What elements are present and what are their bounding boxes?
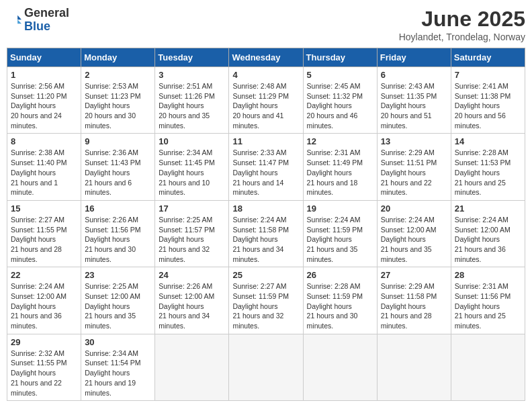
- calendar-cell: [155, 334, 229, 400]
- calendar-week-row: 15 Sunrise: 2:27 AM Sunset: 11:55 PM Day…: [7, 200, 525, 267]
- day-number: 17: [159, 203, 225, 214]
- day-info: Sunrise: 2:31 AM Sunset: 11:56 PM Daylig…: [455, 281, 521, 330]
- day-info: Sunrise: 2:43 AM Sunset: 11:35 PM Daylig…: [381, 81, 447, 130]
- day-number: 9: [85, 136, 151, 146]
- header-thursday: Thursday: [303, 48, 377, 67]
- day-number: 8: [11, 136, 77, 146]
- calendar-cell: 14 Sunrise: 2:28 AM Sunset: 11:53 PM Day…: [451, 134, 525, 200]
- day-info: Sunrise: 2:34 AM Sunset: 11:54 PM Daylig…: [85, 349, 151, 398]
- logo-blue: Blue: [24, 19, 50, 33]
- calendar-cell: 9 Sunrise: 2:36 AM Sunset: 11:43 PM Dayl…: [81, 134, 155, 200]
- day-number: 25: [232, 270, 299, 280]
- day-info: Sunrise: 2:41 AM Sunset: 11:38 PM Daylig…: [455, 81, 521, 130]
- logo-icon: [7, 13, 21, 28]
- calendar-cell: 29 Sunrise: 2:32 AM Sunset: 11:55 PM Day…: [7, 334, 81, 400]
- calendar-cell: 17 Sunrise: 2:25 AM Sunset: 11:57 PM Day…: [155, 200, 229, 267]
- day-info: Sunrise: 2:53 AM Sunset: 11:23 PM Daylig…: [85, 81, 151, 130]
- day-number: 6: [381, 70, 447, 80]
- calendar-cell: 12 Sunrise: 2:31 AM Sunset: 11:49 PM Day…: [303, 134, 377, 200]
- header-tuesday: Tuesday: [155, 48, 229, 67]
- calendar-cell: 23 Sunrise: 2:25 AM Sunset: 12:00 AM Day…: [81, 267, 155, 334]
- calendar-cell: 11 Sunrise: 2:33 AM Sunset: 11:47 PM Day…: [229, 134, 303, 200]
- calendar-cell: 30 Sunrise: 2:34 AM Sunset: 11:54 PM Day…: [81, 334, 155, 400]
- calendar-cell: 13 Sunrise: 2:29 AM Sunset: 11:51 PM Day…: [377, 134, 451, 200]
- day-info: Sunrise: 2:27 AM Sunset: 11:55 PM Daylig…: [11, 215, 77, 264]
- calendar-title: June 2025: [399, 7, 525, 32]
- calendar-cell: 16 Sunrise: 2:26 AM Sunset: 11:56 PM Day…: [81, 200, 155, 267]
- day-info: Sunrise: 2:27 AM Sunset: 11:59 PM Daylig…: [232, 281, 299, 330]
- day-number: 13: [381, 136, 447, 146]
- day-info: Sunrise: 2:26 AM Sunset: 12:00 AM Daylig…: [159, 281, 225, 330]
- day-info: Sunrise: 2:32 AM Sunset: 11:55 PM Daylig…: [11, 349, 77, 398]
- day-number: 5: [307, 70, 373, 80]
- calendar-cell: 27 Sunrise: 2:29 AM Sunset: 11:58 PM Day…: [377, 267, 451, 334]
- day-number: 30: [85, 337, 151, 347]
- logo: General Blue: [7, 7, 69, 34]
- day-number: 19: [307, 203, 373, 214]
- day-number: 16: [85, 203, 151, 214]
- calendar-cell: 25 Sunrise: 2:27 AM Sunset: 11:59 PM Day…: [229, 267, 303, 334]
- calendar-cell: 1 Sunrise: 2:56 AM Sunset: 11:20 PM Dayl…: [7, 67, 81, 134]
- page-header: General Blue June 2025 Hoylandet, Tronde…: [7, 7, 525, 42]
- day-number: 18: [232, 203, 299, 214]
- header-friday: Friday: [377, 48, 451, 67]
- day-number: 4: [232, 70, 299, 80]
- day-info: Sunrise: 2:51 AM Sunset: 11:26 PM Daylig…: [159, 81, 225, 130]
- day-number: 14: [455, 136, 521, 146]
- day-number: 11: [232, 136, 299, 146]
- calendar-cell: [303, 334, 377, 400]
- day-number: 3: [159, 70, 225, 80]
- day-number: 23: [85, 270, 151, 280]
- day-number: 12: [307, 136, 373, 146]
- day-info: Sunrise: 2:29 AM Sunset: 11:58 PM Daylig…: [381, 281, 447, 330]
- day-info: Sunrise: 2:25 AM Sunset: 11:57 PM Daylig…: [159, 215, 225, 264]
- day-info: Sunrise: 2:36 AM Sunset: 11:43 PM Daylig…: [85, 148, 151, 197]
- logo-text: General Blue: [24, 7, 69, 34]
- calendar-week-row: 22 Sunrise: 2:24 AM Sunset: 12:00 AM Day…: [7, 267, 525, 334]
- day-info: Sunrise: 2:24 AM Sunset: 11:59 PM Daylig…: [307, 215, 373, 264]
- header-wednesday: Wednesday: [229, 48, 303, 67]
- calendar-cell: 28 Sunrise: 2:31 AM Sunset: 11:56 PM Day…: [451, 267, 525, 334]
- calendar-cell: 6 Sunrise: 2:43 AM Sunset: 11:35 PM Dayl…: [377, 67, 451, 134]
- day-number: 1: [11, 70, 77, 80]
- day-info: Sunrise: 2:24 AM Sunset: 12:00 AM Daylig…: [455, 215, 521, 264]
- day-number: 15: [11, 203, 77, 214]
- calendar-cell: 8 Sunrise: 2:38 AM Sunset: 11:40 PM Dayl…: [7, 134, 81, 200]
- day-number: 20: [381, 203, 447, 214]
- calendar-cell: 5 Sunrise: 2:45 AM Sunset: 11:32 PM Dayl…: [303, 67, 377, 134]
- calendar-cell: 26 Sunrise: 2:28 AM Sunset: 11:59 PM Day…: [303, 267, 377, 334]
- calendar-cell: [377, 334, 451, 400]
- title-section: June 2025 Hoylandet, Trondelag, Norway: [399, 7, 525, 42]
- day-number: 29: [11, 337, 77, 347]
- calendar-cell: 18 Sunrise: 2:24 AM Sunset: 11:58 PM Day…: [229, 200, 303, 267]
- svg-marker-1: [17, 19, 21, 24]
- day-number: 27: [381, 270, 447, 280]
- calendar-cell: 4 Sunrise: 2:48 AM Sunset: 11:29 PM Dayl…: [229, 67, 303, 134]
- day-info: Sunrise: 2:38 AM Sunset: 11:40 PM Daylig…: [11, 148, 77, 197]
- day-number: 10: [159, 136, 225, 146]
- day-number: 7: [455, 70, 521, 80]
- day-info: Sunrise: 2:48 AM Sunset: 11:29 PM Daylig…: [232, 81, 299, 130]
- header-saturday: Saturday: [451, 48, 525, 67]
- day-info: Sunrise: 2:26 AM Sunset: 11:56 PM Daylig…: [85, 215, 151, 264]
- day-info: Sunrise: 2:24 AM Sunset: 12:00 AM Daylig…: [381, 215, 447, 264]
- day-number: 2: [85, 70, 151, 80]
- day-info: Sunrise: 2:34 AM Sunset: 11:45 PM Daylig…: [159, 148, 225, 197]
- day-number: 22: [11, 270, 77, 280]
- weekday-header-row: Sunday Monday Tuesday Wednesday Thursday…: [7, 48, 525, 67]
- calendar-cell: [451, 334, 525, 400]
- calendar-cell: 19 Sunrise: 2:24 AM Sunset: 11:59 PM Day…: [303, 200, 377, 267]
- header-monday: Monday: [81, 48, 155, 67]
- day-info: Sunrise: 2:24 AM Sunset: 12:00 AM Daylig…: [11, 281, 77, 330]
- header-sunday: Sunday: [7, 48, 81, 67]
- calendar-cell: 15 Sunrise: 2:27 AM Sunset: 11:55 PM Day…: [7, 200, 81, 267]
- calendar-cell: 22 Sunrise: 2:24 AM Sunset: 12:00 AM Day…: [7, 267, 81, 334]
- day-number: 26: [307, 270, 373, 280]
- day-info: Sunrise: 2:56 AM Sunset: 11:20 PM Daylig…: [11, 81, 77, 130]
- calendar-cell: 10 Sunrise: 2:34 AM Sunset: 11:45 PM Day…: [155, 134, 229, 200]
- day-info: Sunrise: 2:28 AM Sunset: 11:53 PM Daylig…: [455, 148, 521, 197]
- day-info: Sunrise: 2:29 AM Sunset: 11:51 PM Daylig…: [381, 148, 447, 197]
- day-info: Sunrise: 2:24 AM Sunset: 11:58 PM Daylig…: [232, 215, 299, 264]
- logo-general: General: [24, 6, 69, 19]
- day-info: Sunrise: 2:28 AM Sunset: 11:59 PM Daylig…: [307, 281, 373, 330]
